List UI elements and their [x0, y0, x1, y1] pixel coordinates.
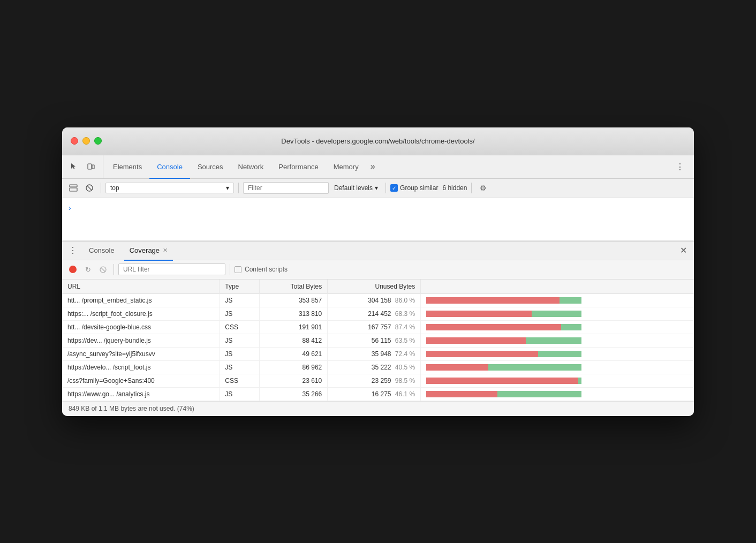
cell-unused-bytes: 214 452 68.3 % — [328, 307, 421, 320]
svg-rect-2 — [70, 185, 77, 187]
toolbar-icons — [66, 155, 103, 178]
console-toolbar: top ▾ Default levels ▾ ✓ Group similar 6… — [62, 179, 694, 198]
tab-sources[interactable]: Sources — [190, 156, 231, 179]
devtools-toolbar: Elements Console Sources Network Perform… — [62, 155, 694, 179]
col-bar — [421, 280, 694, 294]
minimize-button[interactable] — [82, 137, 90, 145]
usage-bar — [426, 337, 689, 344]
col-url: URL — [62, 280, 220, 294]
unused-bar — [426, 364, 488, 371]
clear-coverage-btn[interactable] — [96, 263, 109, 276]
content-scripts-label: Content scripts — [245, 266, 288, 273]
tab-memory[interactable]: Memory — [326, 156, 366, 179]
cell-total-bytes: 88 412 — [260, 334, 328, 347]
coverage-table: URL Type Total Bytes Unused Bytes htt...… — [62, 280, 694, 401]
panel-tab-console[interactable]: Console — [84, 242, 120, 261]
cell-bar — [421, 374, 694, 387]
device-toolbar-btn[interactable] — [84, 159, 99, 174]
content-scripts-checkbox[interactable] — [235, 266, 241, 273]
table-row[interactable]: htt... /prompt_embed_static.js JS 353 85… — [62, 293, 694, 307]
show-console-drawer-btn[interactable] — [66, 181, 80, 195]
cell-unused-bytes: 35 222 40.5 % — [328, 360, 421, 374]
cell-bar — [421, 387, 694, 401]
used-bar — [560, 297, 581, 304]
table-row[interactable]: https://www.go... /analytics.js JS 35 26… — [62, 387, 694, 401]
toolbar-divider-3 — [385, 183, 386, 193]
cell-total-bytes: 191 901 — [260, 320, 328, 334]
col-total-bytes: Total Bytes — [260, 280, 328, 294]
usage-bar — [426, 311, 689, 317]
record-btn[interactable] — [66, 263, 79, 276]
console-content: › — [62, 198, 694, 241]
coverage-divider-2 — [230, 264, 230, 275]
panel-menu-btn[interactable]: ⋮ — [66, 244, 79, 257]
table-row[interactable]: htt... /devsite-google-blue.css CSS 191 … — [62, 320, 694, 334]
cell-url: https:... /script_foot_closure.js — [62, 307, 220, 320]
close-bottom-panel-btn[interactable]: ✕ — [677, 244, 690, 257]
coverage-footer-text: 849 KB of 1.1 MB bytes are not used. (74… — [69, 405, 194, 412]
cell-total-bytes: 86 962 — [260, 360, 328, 374]
inspect-element-btn[interactable] — [66, 159, 81, 174]
table-row[interactable]: /css?family=Google+Sans:400 CSS 23 610 2… — [62, 374, 694, 387]
cell-unused-bytes: 304 158 86.0 % — [328, 293, 421, 307]
console-settings-btn[interactable]: ⚙ — [476, 181, 490, 195]
tab-performance[interactable]: Performance — [271, 156, 326, 179]
cell-bar — [421, 334, 694, 347]
table-row[interactable]: https://develo... /script_foot.js JS 86 … — [62, 360, 694, 374]
coverage-divider-1 — [114, 264, 114, 275]
cell-type: JS — [220, 347, 260, 360]
unused-bar — [426, 337, 526, 344]
unused-bar — [426, 391, 497, 397]
unused-bar — [426, 297, 560, 304]
bottom-panel-header: ⋮ Console Coverage ✕ ✕ — [62, 241, 694, 260]
close-coverage-tab-btn[interactable]: ✕ — [163, 247, 168, 254]
cell-total-bytes: 35 266 — [260, 387, 328, 401]
console-chevron[interactable]: › — [69, 203, 71, 212]
maximize-button[interactable] — [94, 137, 102, 145]
default-levels-dropdown[interactable]: Default levels ▾ — [331, 183, 381, 193]
devtools-menu-btn[interactable]: ⋮ — [672, 159, 687, 174]
cell-bar — [421, 307, 694, 320]
table-row[interactable]: /async_survey?site=ylj5ifxusvv JS 49 621… — [62, 347, 694, 360]
coverage-footer: 849 KB of 1.1 MB bytes are not used. (74… — [62, 401, 694, 416]
cell-url: https://dev... /jquery-bundle.js — [62, 334, 220, 347]
more-tabs-btn[interactable]: » — [366, 155, 380, 178]
filter-input[interactable] — [243, 182, 329, 194]
tab-elements[interactable]: Elements — [105, 156, 149, 179]
hidden-count-badge: 6 hidden — [442, 184, 467, 192]
col-type: Type — [220, 280, 260, 294]
cell-url: https://develo... /script_foot.js — [62, 360, 220, 374]
clear-console-btn[interactable] — [82, 181, 96, 195]
used-bar — [578, 378, 581, 384]
cell-bar — [421, 320, 694, 334]
usage-bar — [426, 391, 689, 397]
url-filter-input[interactable] — [118, 263, 225, 275]
usage-bar — [426, 324, 689, 330]
titlebar: DevTools - developers.google.com/web/too… — [62, 127, 694, 155]
cell-type: JS — [220, 387, 260, 401]
used-bar — [538, 351, 581, 357]
tab-console[interactable]: Console — [149, 156, 190, 179]
cell-type: JS — [220, 334, 260, 347]
close-button[interactable] — [71, 137, 78, 145]
cell-bar — [421, 347, 694, 360]
cell-url: /css?family=Google+Sans:400 — [62, 374, 220, 387]
tab-network[interactable]: Network — [231, 156, 271, 179]
table-row[interactable]: https://dev... /jquery-bundle.js JS 88 4… — [62, 334, 694, 347]
table-row[interactable]: https:... /script_foot_closure.js JS 313… — [62, 307, 694, 320]
coverage-toolbar: ↻ Content scripts — [62, 260, 694, 280]
devtools-window: DevTools - developers.google.com/web/too… — [62, 127, 694, 416]
context-selector[interactable]: top ▾ — [105, 183, 234, 193]
cell-url: /async_survey?site=ylj5ifxusvv — [62, 347, 220, 360]
toolbar-divider-1 — [101, 183, 101, 193]
panel-tab-coverage[interactable]: Coverage ✕ — [124, 242, 173, 261]
unused-bar — [426, 311, 532, 317]
cell-unused-bytes: 167 757 87.4 % — [328, 320, 421, 334]
reload-btn[interactable]: ↻ — [81, 263, 94, 276]
col-unused-bytes: Unused Bytes — [328, 280, 421, 294]
unused-bar — [426, 378, 578, 384]
toolbar-right: ⋮ — [672, 155, 690, 178]
usage-bar — [426, 297, 689, 304]
group-similar-checkbox[interactable]: ✓ — [390, 184, 398, 192]
svg-line-7 — [101, 268, 105, 272]
